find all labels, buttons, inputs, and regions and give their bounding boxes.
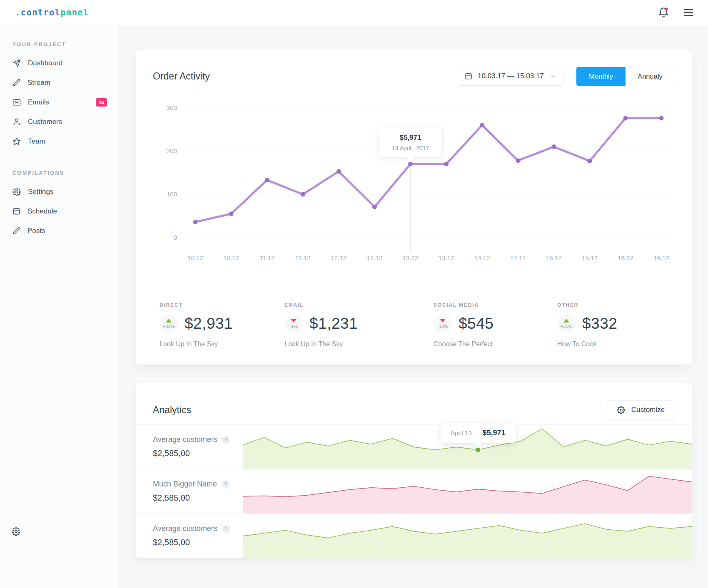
trend-indicator: +31% [160, 315, 178, 333]
sidebar-item-label: Emails [28, 98, 49, 107]
topbar: .controlpanel [0, 0, 708, 25]
svg-text:14.12: 14.12 [510, 254, 526, 261]
calendar-icon [465, 72, 472, 80]
trend-down-icon [291, 319, 297, 323]
customize-label: Customize [631, 406, 665, 414]
menu-hamburger-icon[interactable] [684, 9, 693, 17]
chart-tooltip: $5,971 13 April , 2017 [379, 127, 442, 157]
stat-value: $2,931 [184, 315, 233, 332]
help-icon[interactable]: ? [222, 480, 230, 489]
stat-label: DIRECT [160, 302, 284, 308]
svg-text:10.12: 10.12 [187, 254, 203, 261]
sidebar-item-label: Posts [27, 227, 45, 235]
trend-percent: -12% [437, 324, 448, 329]
sidebar-item-dashboard[interactable]: Dashboard [0, 53, 118, 73]
settings-gear-icon[interactable] [12, 527, 20, 536]
stat-value: $545 [459, 315, 494, 332]
svg-text:14.12: 14.12 [474, 254, 490, 261]
sidebar-section-compilations: COMPILATIONS [0, 170, 118, 182]
analytics-title: Analytics [153, 404, 191, 416]
tooltip-value: $5,971 [483, 429, 506, 437]
paper-plane-icon [12, 59, 21, 67]
trend-percent: -1% [289, 324, 298, 329]
trend-indicator: +31% [557, 315, 576, 333]
svg-text:100: 100 [167, 191, 177, 198]
area-chart [243, 514, 692, 558]
annualy-button[interactable]: Annualy [626, 67, 675, 86]
app-logo: .controlpanel [15, 7, 89, 17]
stat-subtitle: Look Up In The Sky [284, 340, 434, 348]
logo-text-primary: .control [15, 7, 60, 17]
analytics-tooltip: April,13 $5,971 [441, 423, 516, 443]
sidebar-item-posts[interactable]: Posts [0, 221, 118, 241]
trend-percent: +31% [561, 324, 572, 329]
svg-text:16.12: 16.12 [653, 254, 669, 261]
stat-subtitle: Look Up In The Sky [160, 340, 284, 348]
sidebar: YOUR PROJECT Dashboard Stream Emails 15 … [0, 25, 118, 588]
sidebar-item-label: Schedule [27, 207, 57, 216]
trend-indicator: -12% [434, 315, 452, 333]
svg-text:16.12: 16.12 [618, 254, 633, 261]
logo-text-secondary: panel [60, 7, 89, 17]
svg-text:12.12: 12.12 [331, 254, 347, 261]
sidebar-item-stream[interactable]: Stream [0, 73, 118, 92]
sidebar-item-label: Customers [28, 118, 62, 126]
analytics-row-much-bigger-name: Much Bigger Name? $2,585,00 [136, 469, 692, 514]
sidebar-item-team[interactable]: Team [0, 131, 118, 151]
svg-text:15.12: 15.12 [546, 254, 562, 261]
stat-other: OTHER +31% $332 How To Cook [557, 302, 675, 348]
sidebar-item-settings[interactable]: Settings [0, 182, 118, 201]
sidebar-item-emails[interactable]: Emails 15 [0, 92, 118, 112]
stat-subtitle: Choose The Perfect [434, 340, 557, 348]
pencil-icon [12, 79, 20, 87]
trend-up-icon [166, 319, 172, 323]
order-activity-card: Order Activity 10.03.17 — 15.03.17 Month… [136, 50, 692, 365]
trend-up-icon [563, 319, 569, 323]
customize-button[interactable]: Customize [607, 400, 675, 420]
topbar-actions [658, 7, 693, 18]
analytics-row-value: $2,585,00 [153, 493, 243, 503]
stat-label: SOCIAL MEDIA [434, 302, 557, 308]
notifications-bell-icon[interactable] [658, 7, 669, 18]
svg-text:15.12: 15.12 [582, 254, 598, 261]
area-chart [243, 469, 692, 514]
sidebar-section-your-project: YOUR PROJECT [0, 42, 118, 53]
sidebar-item-customers[interactable]: Customers [0, 112, 118, 131]
svg-text:11.12: 11.12 [259, 254, 274, 261]
period-toggle: Monthly Annualy [576, 67, 675, 86]
sidebar-item-label: Dashboard [28, 59, 62, 67]
date-range-picker[interactable]: 10.03.17 — 15.03.17 [458, 67, 563, 86]
help-icon[interactable]: ? [222, 436, 230, 444]
analytics-row-average-customers-1: Average customers? $2,585,00 April,13 $5… [136, 424, 692, 469]
stat-label: EMAIL [284, 302, 434, 308]
analytics-row-average-customers-2: Average customers? $2,585,00 [136, 514, 692, 558]
help-icon[interactable]: ? [222, 525, 230, 533]
sparkline-area-chart [243, 514, 692, 558]
stats-row: DIRECT +31% $2,931 Look Up In The Sky EM… [136, 291, 692, 365]
gear-icon [12, 188, 21, 196]
svg-text:13.12: 13.12 [403, 254, 419, 261]
svg-text:11.12: 11.12 [295, 254, 310, 261]
tooltip-value: $5,971 [392, 134, 429, 142]
chevron-down-icon [550, 73, 556, 79]
svg-text:13.12: 13.12 [439, 254, 454, 261]
order-activity-chart: 300200100010.1210.1211.1211.1212.1212.12… [136, 86, 692, 264]
envelope-icon [12, 98, 21, 107]
sidebar-item-schedule[interactable]: Schedule [0, 201, 118, 221]
svg-text:10.12: 10.12 [223, 254, 239, 261]
pencil-icon [12, 227, 20, 235]
monthly-button[interactable]: Monthly [576, 67, 626, 86]
calendar-icon [12, 207, 20, 215]
sidebar-item-label: Settings [28, 188, 53, 196]
analytics-row-value: $2,585,00 [153, 538, 243, 547]
analytics-row-label: Average customers [153, 435, 217, 444]
svg-text:12.12: 12.12 [367, 254, 383, 261]
sparkline-area-chart: April,13 $5,971 [243, 425, 692, 469]
svg-text:0: 0 [174, 234, 177, 241]
sidebar-item-label: Stream [27, 79, 50, 87]
analytics-row-label: Average customers [153, 524, 217, 533]
stat-label: OTHER [557, 302, 675, 308]
analytics-card: Analytics Customize Average customers? $… [136, 383, 692, 558]
sparkline-area-chart [243, 469, 692, 514]
order-activity-title: Order Activity [153, 71, 210, 82]
